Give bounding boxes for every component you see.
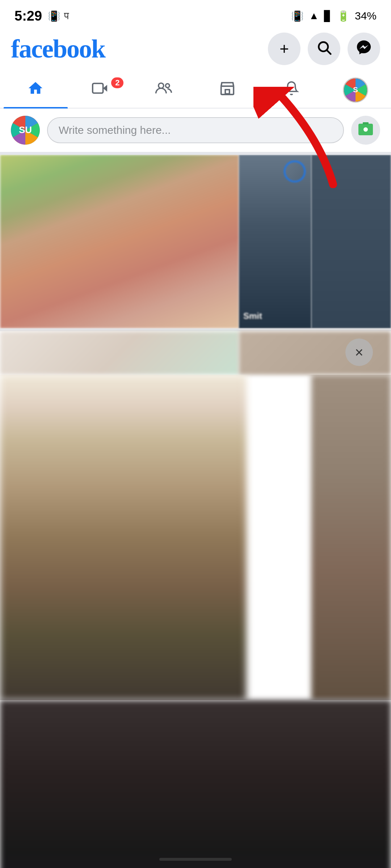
messenger-button[interactable] [348,33,380,65]
phone-icon: 📳 [48,10,60,22]
large-blur-left [0,375,246,700]
status-time: 5:29 [14,8,42,24]
facebook-logo: facebook [11,34,105,64]
user-avatar: SU [11,116,40,145]
status-bar: 5:29 📳 प 📳 ▲ ▊ 🔋 34% [0,0,391,29]
svg-text:SU: SU [19,124,32,135]
svg-rect-6 [226,90,230,94]
home-icon [27,80,44,100]
marketplace-icon [219,80,236,100]
video-badge: 2 [111,77,123,88]
story-side-name: Smit [243,311,262,321]
tab-profile[interactable]: S [323,72,387,108]
vibrate-icon: 📳 [291,10,304,22]
blurred-post-section: × [0,331,391,375]
navigation-tabs: 2 [0,72,391,109]
large-blur-right [311,375,391,700]
tab-video[interactable]: 2 [68,72,132,108]
tab-marketplace[interactable] [196,72,260,108]
battery-icon: 🔋 [337,10,350,22]
friends-icon [155,80,173,100]
svg-line-1 [327,50,331,54]
bell-icon [284,80,299,100]
svg-point-4 [158,83,163,88]
signal-icon: ▊ [324,10,332,22]
post-placeholder: Write something here... [59,124,171,136]
app-header: facebook + [0,29,391,72]
avatar-initials: S [344,78,367,102]
svg-text:S: S [353,85,358,94]
wifi-icon: ▲ [309,10,319,22]
tab-home[interactable] [4,72,68,108]
plus-icon: + [279,40,289,58]
photo-icon [357,121,374,140]
tab-notifications[interactable] [260,72,324,108]
large-content-section [0,375,391,700]
hindi-icon: प [64,10,69,22]
post-input[interactable]: Write something here... [47,117,344,143]
search-button[interactable] [308,33,340,65]
story-main[interactable] [0,155,239,328]
video-icon [91,80,108,100]
close-button[interactable]: × [345,339,373,366]
svg-point-13 [363,127,368,132]
svg-rect-15 [363,122,369,124]
header-actions: + [268,33,380,65]
search-icon [316,39,332,59]
messenger-icon [356,39,372,59]
story-side-avatar [284,161,306,182]
create-post-bar: SU Write something here... [0,109,391,155]
battery-percentage: 34% [355,10,377,22]
dark-blur-section [0,700,391,868]
story-far-right [311,155,391,328]
story-side[interactable]: Smit [239,155,311,328]
stories-section: Smit [0,155,391,328]
add-button[interactable]: + [268,33,300,65]
tab-friends[interactable] [131,72,196,108]
status-icons: 📳 प [48,10,69,22]
home-indicator [159,858,232,861]
post-blur-left [0,331,239,375]
status-left: 5:29 📳 प [14,8,69,24]
svg-point-5 [165,84,169,88]
profile-avatar-nav: S [343,77,368,103]
add-photo-button[interactable] [351,116,380,145]
svg-rect-2 [93,84,103,93]
status-right: 📳 ▲ ▊ 🔋 34% [291,10,377,22]
separator-1 [0,328,391,331]
